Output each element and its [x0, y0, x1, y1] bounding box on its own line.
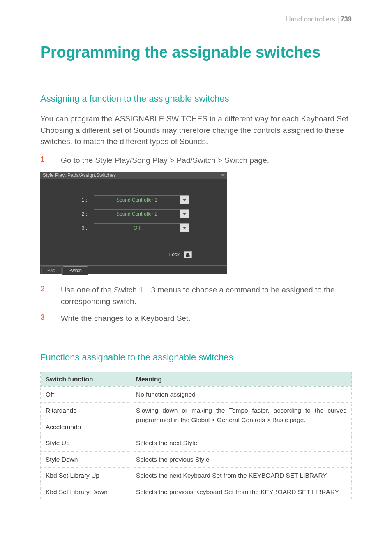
- switch-label-1: 1 :: [75, 197, 87, 203]
- fn-name: Kbd Set Library Up: [41, 468, 131, 484]
- switch-label-2: 2 :: [75, 211, 87, 217]
- step-number: 1: [40, 155, 61, 166]
- section-heading-assign: Assigning a function to the assignable s…: [40, 93, 352, 104]
- table-row: Style Down Selects the previous Style: [41, 451, 352, 467]
- section-heading-functions: Functions assignable to the assignable s…: [40, 352, 352, 363]
- switch-label-3: 3 :: [75, 225, 87, 231]
- switch-value-1: Sound Controller 1: [94, 195, 180, 204]
- fn-name: Kbd Set Library Down: [41, 484, 131, 500]
- step-3: 3 Write the changes to a Keyboard Set.: [40, 313, 352, 324]
- step2-kw: Switch 1…3: [114, 285, 155, 294]
- switch-row-1: 1 : Sound Controller 1: [40, 195, 227, 204]
- step1-pre: Go to the: [61, 156, 95, 165]
- table-row: Kbd Set Library Up Selects the next Keyb…: [41, 468, 352, 484]
- th-switch-function: Switch function: [41, 372, 131, 386]
- switch-dropdown-3[interactable]: Off: [94, 223, 189, 232]
- ui-tabs: Pad Switch: [40, 265, 227, 274]
- header-separator: |: [338, 16, 339, 23]
- fn-name: Accelerando: [41, 419, 131, 435]
- dropdown-arrow-1[interactable]: [180, 195, 189, 204]
- step2-pre: Use one of the: [61, 285, 114, 294]
- fn-meaning: Selects the previous Keyboard Set from t…: [131, 484, 352, 500]
- step-text: Write the changes to a Keyboard Set.: [61, 313, 190, 324]
- page-number: 739: [341, 16, 352, 23]
- chevron-down-icon[interactable]: [221, 174, 225, 176]
- th-meaning: Meaning: [131, 372, 352, 386]
- header-section: Hand controllers: [286, 16, 335, 23]
- chevron-down-icon: [182, 227, 187, 229]
- step-2: 2 Use one of the Switch 1…3 menus to cho…: [40, 284, 352, 307]
- switch-value-2: Sound Controller 2: [94, 209, 180, 218]
- ui-titlebar: Style Play: Pads/Assign.Switches: [40, 172, 227, 179]
- switch-dropdown-1[interactable]: Sound Controller 1: [94, 195, 189, 204]
- page-title: Programming the assignable switches: [40, 44, 352, 61]
- fn-name: Ritardando: [41, 403, 131, 419]
- tab-pad[interactable]: Pad: [41, 266, 62, 274]
- fn-name: Off: [41, 386, 131, 402]
- ui-body: 1 : Sound Controller 1 2 : Sound Control…: [40, 179, 227, 265]
- step1-post: page.: [247, 156, 269, 165]
- switch-value-3: Off: [94, 223, 180, 232]
- step1-kw: Style Play/Song Play > Pad/Switch > Swit…: [95, 156, 247, 165]
- intro-keyword: ASSIGNABLE SWITCHES: [115, 114, 208, 123]
- lock-control[interactable]: Lock: [169, 251, 192, 258]
- step-number: 3: [40, 313, 61, 324]
- chevron-down-icon: [182, 213, 187, 215]
- switch-dropdown-2[interactable]: Sound Controller 2: [94, 209, 189, 218]
- fn-meaning: Selects the next Keyboard Set from the K…: [131, 468, 352, 484]
- table-row: Kbd Set Library Down Selects the previou…: [41, 484, 352, 500]
- fn-meaning: No function assigned: [131, 386, 352, 402]
- lock-icon[interactable]: [184, 251, 192, 258]
- tab-switch[interactable]: Switch: [62, 266, 88, 275]
- table-row: Ritardando Slowing down or making the Te…: [41, 403, 352, 419]
- fn-name: Style Down: [41, 451, 131, 467]
- dropdown-arrow-2[interactable]: [180, 209, 189, 218]
- switch-row-3: 3 : Off: [40, 223, 227, 232]
- functions-table: Switch function Meaning Off No function …: [40, 372, 352, 500]
- device-screenshot: Style Play: Pads/Assign.Switches 1 : Sou…: [40, 172, 227, 274]
- page-header: Hand controllers |739: [40, 16, 352, 23]
- fn-name: Style Up: [41, 435, 131, 451]
- table-row: Style Up Selects the next Style: [41, 435, 352, 451]
- fn-meaning: Selects the next Style: [131, 435, 352, 451]
- dropdown-arrow-3[interactable]: [180, 223, 189, 232]
- step-text: Use one of the Switch 1…3 menus to choos…: [61, 284, 352, 307]
- intro-pre: You can program the: [40, 114, 115, 123]
- step-1: 1 Go to the Style Play/Song Play > Pad/S…: [40, 155, 352, 166]
- fn-meaning: Slowing down or making the Tempo faster,…: [131, 403, 352, 435]
- step-text: Go to the Style Play/Song Play > Pad/Swi…: [61, 155, 269, 166]
- fn-meaning: Selects the previous Style: [131, 451, 352, 467]
- step3-pre: Write the changes to a Keyboard Set.: [61, 314, 190, 323]
- intro-paragraph: You can program the ASSIGNABLE SWITCHES …: [40, 113, 352, 147]
- step-number: 2: [40, 284, 61, 307]
- switch-row-2: 2 : Sound Controller 2: [40, 209, 227, 218]
- ui-title-text: Style Play: Pads/Assign.Switches: [43, 172, 116, 178]
- chevron-down-icon: [182, 199, 187, 201]
- table-row: Off No function assigned: [41, 386, 352, 402]
- lock-label: Lock: [169, 252, 180, 258]
